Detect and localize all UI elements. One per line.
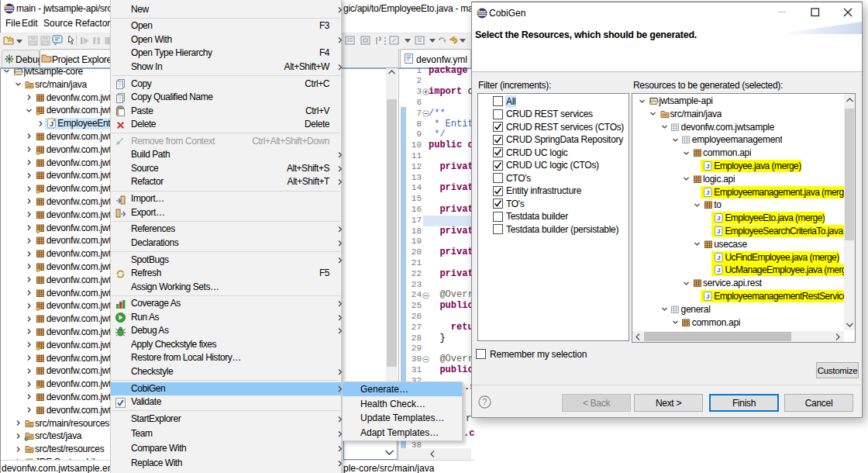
svg-text:J: J <box>706 293 709 300</box>
svg-text:J: J <box>717 215 720 222</box>
svg-text:J: J <box>706 163 709 170</box>
svg-text:J: J <box>706 189 709 196</box>
svg-text:J: J <box>717 228 720 235</box>
svg-text:?: ? <box>483 397 487 406</box>
svg-text:J: J <box>717 268 720 274</box>
svg-text:J: J <box>717 254 720 261</box>
svg-text:J: J <box>50 120 53 128</box>
